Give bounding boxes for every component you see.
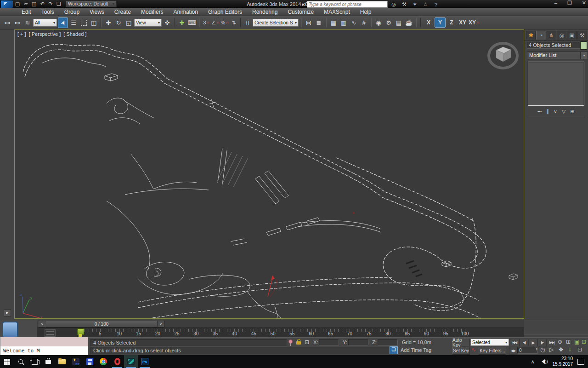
spinner-snap-icon[interactable]: ⇅: [230, 18, 238, 28]
menu-create[interactable]: Create: [109, 9, 136, 15]
spinner-down-icon[interactable]: ▾: [536, 349, 537, 351]
viewport-general-menu[interactable]: [ + ]: [17, 31, 26, 37]
snaps-toggle-icon[interactable]: 3∩: [202, 18, 210, 28]
bind-to-spacewarp-icon[interactable]: ≋: [23, 18, 32, 28]
zoom-extents-icon[interactable]: ▣: [574, 339, 579, 345]
frame-spinner[interactable]: ▴ ▾: [536, 347, 537, 351]
new-scene-icon[interactable]: ▢: [13, 1, 22, 7]
restore-button[interactable]: ❐: [567, 0, 572, 6]
z-coordinate-field[interactable]: [378, 339, 398, 345]
communication-center-icon[interactable]: ✶: [410, 1, 419, 7]
object-color-swatch[interactable]: [580, 41, 587, 50]
remove-modifier-icon[interactable]: ▽: [562, 109, 565, 115]
play-button[interactable]: ▶: [529, 339, 537, 346]
menu-maxscript[interactable]: MAXScript: [319, 9, 355, 15]
zoom-all-icon[interactable]: ⊞: [566, 339, 571, 345]
key-filters-button[interactable]: Key Filters...: [479, 347, 506, 355]
layer-manager-icon[interactable]: ▦: [329, 18, 338, 28]
undo-icon[interactable]: ↶: [38, 1, 46, 7]
next-frame-button[interactable]: |▶: [537, 339, 547, 346]
minimize-button[interactable]: –: [554, 0, 557, 6]
zoom-value-icon[interactable]: ⊕: [558, 339, 562, 345]
make-unique-icon[interactable]: ∨: [554, 109, 557, 115]
time-slider-button[interactable]: 0 / 100: [45, 321, 158, 328]
select-and-manipulate-icon[interactable]: ✚: [177, 18, 187, 28]
set-key-button[interactable]: Set Key: [452, 347, 470, 355]
menu-edit[interactable]: Edit: [17, 9, 36, 15]
app-button-1[interactable]: ✦32: [69, 355, 83, 368]
hierarchy-tab-icon[interactable]: ⋔: [547, 31, 556, 40]
orbit-icon[interactable]: ♁: [568, 346, 572, 353]
select-and-link-icon[interactable]: ⊶: [3, 18, 12, 28]
rectangular-selection-region-icon[interactable]: [79, 18, 88, 28]
align-icon[interactable]: ≣: [314, 18, 323, 28]
search-input[interactable]: [307, 1, 388, 8]
time-configuration-icon[interactable]: ◷: [540, 346, 545, 353]
axis-constraint-xy[interactable]: XY: [458, 18, 468, 27]
welcome-window-title[interactable]: Welcome to M: [0, 346, 88, 355]
favorites-star-icon[interactable]: ☆: [421, 1, 430, 7]
welcome-window[interactable]: Welcome to M: [0, 337, 88, 356]
goto-end-button[interactable]: ▶▶|: [547, 339, 557, 346]
perspective-viewport[interactable]: x y z: [14, 29, 524, 319]
y-coordinate-field[interactable]: [348, 339, 368, 345]
rendered-frame-window-icon[interactable]: ▤: [394, 18, 403, 28]
previous-frame-button[interactable]: ◀|: [520, 339, 529, 346]
current-frame-field[interactable]: 0: [517, 347, 538, 354]
angle-snap-icon[interactable]: ∠∩: [211, 18, 220, 28]
menu-rendering[interactable]: Rendering: [247, 9, 283, 15]
create-tab-icon[interactable]: ✱: [526, 31, 536, 40]
snaps-use-axis-constraints[interactable]: XY∩: [469, 18, 480, 27]
selection-lock-icon[interactable]: [296, 341, 301, 345]
menu-customize[interactable]: Customize: [283, 9, 319, 15]
wrench-icon[interactable]: ⚒: [400, 1, 409, 7]
expand-panel-button[interactable]: ▶: [4, 309, 11, 316]
help-icon[interactable]: ?: [431, 2, 441, 7]
material-editor-icon[interactable]: ◉: [374, 18, 383, 28]
menu-views[interactable]: Views: [85, 9, 109, 15]
tray-clock[interactable]: 23:10 15.9.2017: [553, 356, 573, 367]
menu-modifiers[interactable]: Modifiers: [136, 9, 169, 15]
goto-start-button[interactable]: |◀◀: [509, 339, 520, 346]
start-button[interactable]: [0, 355, 14, 368]
auto-key-button[interactable]: Auto Key: [452, 339, 470, 346]
pin-stack-icon[interactable]: ⊸: [537, 109, 542, 115]
zoom-extents-all-icon[interactable]: ⊞: [582, 339, 586, 345]
app-button-2[interactable]: [83, 355, 96, 368]
welcome-window-app-icon[interactable]: [2, 322, 18, 338]
search-icon[interactable]: ◎: [389, 1, 398, 7]
scene-explorer-icon[interactable]: ▥: [339, 18, 348, 28]
select-and-rotate-icon[interactable]: ↻: [114, 18, 123, 28]
keyboard-shortcut-override-icon[interactable]: ⌨: [187, 18, 197, 28]
select-object-button[interactable]: ➤: [58, 17, 68, 28]
reference-coordinate-dropdown[interactable]: View ▾: [134, 19, 162, 27]
menu-tools[interactable]: Tools: [36, 9, 59, 15]
field-of-view-icon[interactable]: ▷: [549, 346, 554, 353]
file-explorer-button[interactable]: [55, 355, 69, 368]
schematic-view-icon[interactable]: #: [359, 18, 368, 28]
modifier-stack[interactable]: [528, 62, 584, 106]
motion-tab-icon[interactable]: ◎: [557, 31, 566, 40]
chrome-button[interactable]: [96, 355, 110, 368]
maximize-viewport-toggle-icon[interactable]: ⊡: [577, 346, 582, 353]
pan-hand-icon[interactable]: ✥: [559, 346, 563, 353]
render-production-icon[interactable]: ☕: [404, 18, 413, 28]
workspace-selector[interactable]: Workspace: Default ▾: [66, 0, 117, 7]
edit-named-selection-sets-icon[interactable]: {}: [243, 18, 252, 28]
mirror-icon[interactable]: ⋈: [304, 18, 313, 28]
isolate-selection-pin-icon[interactable]: [288, 339, 293, 344]
add-time-tag-icon[interactable]: ❏: [390, 346, 398, 354]
modify-tab-icon[interactable]: ◔: [536, 31, 546, 40]
opera-button[interactable]: [110, 355, 124, 368]
track-bar-mode-icon[interactable]: [45, 329, 56, 337]
axis-constraint-z[interactable]: Z: [447, 18, 457, 27]
render-setup-icon[interactable]: ⚙: [384, 18, 393, 28]
key-mode-toggle[interactable]: ◀▶: [509, 347, 517, 355]
select-and-scale-icon[interactable]: ◱: [124, 18, 133, 28]
task-view-button[interactable]: [28, 355, 41, 368]
viewport-label[interactable]: [ + ] [ Perspective ] [ Shaded ]: [17, 31, 87, 37]
menu-graph-editors[interactable]: Graph Editors: [203, 9, 247, 15]
select-and-move-icon[interactable]: ✚: [104, 18, 113, 28]
previous-frame-arrow[interactable]: <: [39, 321, 45, 328]
viewport-shading-menu[interactable]: [ Shaded ]: [63, 31, 86, 37]
